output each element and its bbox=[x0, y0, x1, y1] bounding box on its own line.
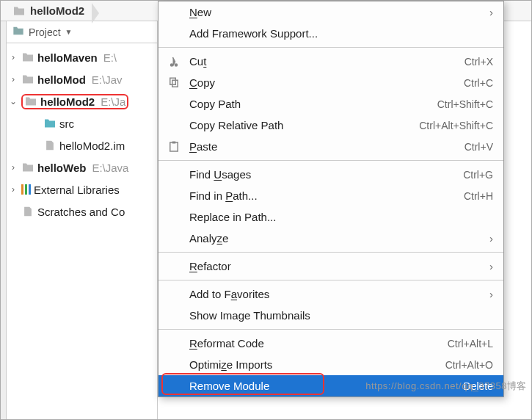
tree-item-helloMod[interactable]: › helloMod E:\Jav bbox=[7, 68, 157, 90]
menu-separator bbox=[158, 47, 503, 48]
tree-item-scratches[interactable]: › Scratches and Co bbox=[7, 200, 157, 222]
module-icon bbox=[21, 162, 34, 173]
tree-item-helloMaven[interactable]: › helloMaven E:\ bbox=[7, 46, 157, 68]
tree-item-helloMod2[interactable]: ⌄ helloMod2 E:\Ja bbox=[7, 90, 157, 112]
menu-item-copy[interactable]: Copy Ctrl+C bbox=[158, 72, 503, 93]
menu-separator bbox=[158, 280, 503, 280]
menu-separator bbox=[158, 252, 503, 253]
source-folder-icon bbox=[43, 118, 57, 128]
menu-separator bbox=[158, 160, 503, 161]
chevron-right-icon: › bbox=[8, 52, 18, 62]
submenu-arrow-icon: › bbox=[489, 232, 493, 245]
menu-item-copy-path[interactable]: Copy Path Ctrl+Shift+C bbox=[158, 93, 503, 115]
chevron-down-icon: ⌄ bbox=[8, 96, 18, 106]
svg-rect-2 bbox=[170, 142, 178, 151]
project-tree: › helloMaven E:\ › helloMod E:\Jav ⌄ hel… bbox=[7, 43, 157, 225]
menu-item-show-thumbnails[interactable]: Show Image Thumbnails bbox=[158, 305, 503, 326]
submenu-arrow-icon: › bbox=[489, 6, 493, 18]
breadcrumb-item[interactable]: helloMod2 bbox=[5, 3, 99, 18]
submenu-arrow-icon: › bbox=[489, 260, 493, 272]
paste-icon bbox=[167, 140, 181, 153]
context-menu: New › Add Framework Support... Cut Ctrl+… bbox=[158, 1, 504, 397]
menu-item-analyze[interactable]: Analyze › bbox=[158, 228, 503, 249]
menu-item-reformat-code[interactable]: Reformat Code Ctrl+Alt+L bbox=[158, 333, 503, 354]
menu-item-copy-relative-path[interactable]: Copy Relative Path Ctrl+Alt+Shift+C bbox=[158, 115, 503, 136]
menu-item-replace-in-path[interactable]: Replace in Path... bbox=[158, 206, 503, 228]
module-icon bbox=[24, 96, 37, 106]
project-tool-window: Project ▼ › helloMaven E:\ › helloMod E:… bbox=[7, 21, 158, 419]
module-icon bbox=[21, 52, 34, 62]
chevron-right-icon: › bbox=[8, 162, 18, 173]
menu-item-paste[interactable]: Paste Ctrl+V bbox=[158, 136, 503, 157]
copy-icon bbox=[167, 76, 181, 90]
tree-item-src[interactable]: src bbox=[7, 112, 157, 134]
chevron-right-icon: › bbox=[8, 184, 18, 195]
menu-item-cut[interactable]: Cut Ctrl+X bbox=[158, 51, 503, 72]
submenu-arrow-icon: › bbox=[489, 288, 493, 300]
menu-separator bbox=[158, 329, 503, 330]
menu-item-add-framework[interactable]: Add Framework Support... bbox=[158, 23, 503, 44]
scratches-icon bbox=[21, 206, 34, 217]
menu-item-remove-module[interactable]: Remove Module Delete bbox=[158, 375, 503, 397]
project-panel-title: Project bbox=[29, 26, 61, 38]
menu-item-find-in-path[interactable]: Find in Path... Ctrl+H bbox=[158, 185, 503, 206]
tree-item-external-libraries[interactable]: › External Libraries bbox=[7, 178, 157, 200]
project-panel-header[interactable]: Project ▼ bbox=[7, 21, 157, 43]
menu-item-refactor[interactable]: Refactor › bbox=[158, 256, 503, 277]
project-view-icon bbox=[12, 26, 24, 38]
module-icon bbox=[21, 74, 34, 84]
cut-icon bbox=[167, 55, 181, 68]
breadcrumb-label: helloMod2 bbox=[30, 4, 84, 17]
chevron-right-icon: › bbox=[8, 74, 18, 84]
menu-item-new[interactable]: New › bbox=[158, 1, 503, 23]
menu-item-optimize-imports[interactable]: Optimize Imports Ctrl+Alt+O bbox=[158, 354, 503, 375]
menu-item-add-to-favorites[interactable]: Add to Favorites › bbox=[158, 283, 503, 305]
menu-item-find-usages[interactable]: Find Usages Ctrl+G bbox=[158, 164, 503, 185]
libraries-icon bbox=[21, 184, 31, 195]
tree-item-iml[interactable]: helloMod2.im bbox=[7, 134, 157, 156]
tree-item-helloWeb[interactable]: › helloWeb E:\Java bbox=[7, 156, 157, 178]
folder-icon bbox=[12, 6, 26, 16]
chevron-down-icon: ▼ bbox=[65, 28, 73, 36]
svg-rect-3 bbox=[172, 141, 176, 143]
iml-file-icon bbox=[43, 140, 57, 151]
left-gutter bbox=[1, 21, 7, 419]
